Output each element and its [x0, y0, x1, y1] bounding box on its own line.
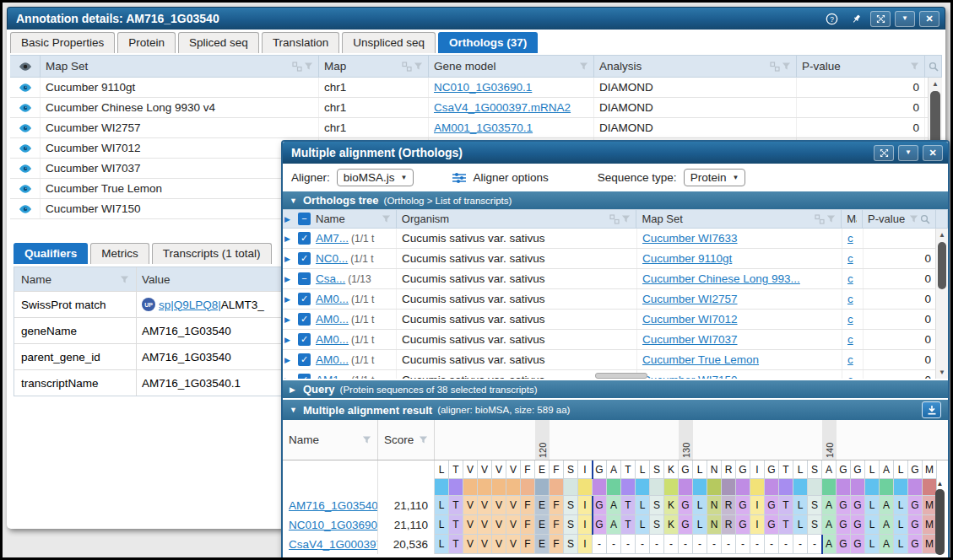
qualifiers-column-value[interactable]: Value — [137, 267, 280, 291]
filter-icon[interactable] — [579, 62, 588, 71]
filter-icon[interactable] — [304, 62, 313, 71]
transcript-link[interactable]: AM7... — [316, 232, 349, 245]
expand-row-icon[interactable]: ▶ — [284, 255, 295, 263]
group-icon[interactable] — [292, 62, 302, 72]
column-header-p-value[interactable]: P-value — [797, 56, 925, 77]
transcript-link[interactable]: AM0... — [316, 293, 349, 305]
expand-row-icon[interactable]: ▶ — [284, 234, 295, 243]
transcript-link[interactable]: Csa... — [316, 272, 345, 285]
column-header-map[interactable]: Map — [319, 56, 429, 77]
column-header-gene-model[interactable]: Gene model — [429, 56, 594, 77]
tab-translation[interactable]: Translation — [262, 32, 339, 53]
tab-spliced-seq[interactable]: Spliced seq — [178, 32, 259, 53]
aligner-select[interactable]: bioMSA.js ▼ — [337, 169, 414, 186]
checkbox-checked[interactable]: ✓ — [298, 232, 311, 245]
close-icon[interactable]: ✕ — [923, 145, 943, 161]
pin-icon[interactable] — [846, 11, 866, 27]
tab-unspliced-seq[interactable]: Unspliced seq — [342, 32, 436, 53]
visibility-cell[interactable] — [10, 98, 41, 117]
transcript-link[interactable]: AM0... — [316, 313, 349, 326]
dialog-titlebar[interactable]: Multiple alignment (Orthologs) ▼ ✕ — [283, 142, 948, 164]
tab-protein[interactable]: Protein — [117, 32, 176, 53]
filter-icon[interactable] — [414, 62, 423, 71]
filter-icon[interactable] — [419, 435, 428, 444]
horizontal-scroll-thumb[interactable] — [595, 373, 647, 379]
visibility-cell[interactable] — [10, 118, 41, 137]
query-section-header[interactable]: ▶ Query (Protein sequences of 38 selecte… — [283, 380, 948, 398]
filter-icon[interactable] — [782, 62, 791, 71]
alignment-column-score[interactable]: Score — [378, 420, 435, 460]
gene-model-link[interactable]: CsaV4_1G000397.mRNA2 — [434, 101, 571, 114]
alignment-scrollbar[interactable]: ▲ — [934, 477, 946, 557]
ortholog-tree-row[interactable]: ▶✓AM7...(1/1 tCucumis sativus var. sativ… — [283, 229, 948, 249]
scroll-thumb[interactable] — [930, 91, 940, 145]
gene-model-link[interactable]: AM001_1G03570.1 — [434, 121, 533, 134]
aligner-options-button[interactable]: Aligner options — [473, 171, 548, 184]
scroll-thumb[interactable] — [935, 489, 945, 555]
tree-column-map-set[interactable]: Map Set — [636, 210, 842, 228]
expand-row-icon[interactable]: ▶ — [284, 295, 295, 304]
close-icon[interactable]: ✕ — [919, 11, 939, 27]
checkbox-checked[interactable]: ✓ — [298, 313, 311, 326]
sequence-name-link[interactable]: NC010_1G03690 — [289, 519, 377, 531]
map-link[interactable]: c — [847, 333, 853, 346]
tab-qualifiers[interactable]: Qualifiers — [14, 243, 88, 264]
ortholog-tree-row[interactable]: ▶✓AM0...(1/1 tCucumis sativus var. sativ… — [283, 289, 948, 310]
map-set-link[interactable]: Cucumber True Lemon — [642, 353, 759, 366]
tree-table-scrollbar[interactable]: ▲ ▼ — [935, 229, 948, 379]
tab-basic-properties[interactable]: Basic Properties — [10, 32, 115, 53]
download-button[interactable] — [922, 401, 941, 418]
ortholog-tree-row[interactable]: ▶✓AM0...(1/1 tCucumis sativus var. sativ… — [283, 310, 948, 330]
help-icon[interactable]: ? — [821, 11, 842, 27]
checkbox-checked[interactable]: ✓ — [298, 353, 311, 366]
scroll-up-arrow[interactable]: ▲ — [936, 229, 948, 241]
map-set-link[interactable]: Cucumber WI7150 — [642, 374, 738, 379]
transcript-link[interactable]: AM1... — [316, 374, 349, 379]
visibility-column-header[interactable] — [10, 56, 41, 77]
transcript-link[interactable]: AM0... — [316, 353, 349, 366]
map-link[interactable]: c — [847, 313, 853, 326]
alignment-result-section-header[interactable]: ▼ Multiple alignment result (aligner: bi… — [283, 400, 948, 420]
map-link[interactable]: c — [847, 374, 853, 379]
ortholog-tree-row[interactable]: ▶✓AM0...(1/1 tCucumis sativus var. sativ… — [283, 350, 948, 370]
visibility-cell[interactable] — [10, 159, 41, 178]
ortholog-tree-row[interactable]: ▶−Csa...(1/13Cucumis sativus var. sativu… — [283, 269, 948, 289]
scroll-thumb[interactable] — [938, 242, 946, 289]
scroll-up-arrow[interactable]: ▲ — [934, 477, 946, 490]
column-header-map-set[interactable]: Map Set — [41, 56, 319, 77]
search-icon[interactable] — [920, 214, 930, 224]
table-row[interactable]: Cucumber Chinese Long 9930 v4chr1CsaV4_1… — [10, 98, 942, 118]
map-set-link[interactable]: Cucumber WI7012 — [642, 313, 738, 326]
sequence-type-select[interactable]: Protein ▼ — [684, 169, 746, 186]
scroll-down-arrow[interactable]: ▼ — [936, 366, 948, 379]
collapse-chevron-icon[interactable]: ▼ — [895, 11, 915, 27]
visibility-cell[interactable] — [10, 179, 41, 198]
visibility-cell[interactable] — [10, 138, 41, 158]
checkbox-checked[interactable]: ✓ — [298, 293, 311, 305]
sliders-icon[interactable] — [452, 172, 466, 184]
orthologs-tree-section-header[interactable]: ▼ Orthologs tree (Ortholog > List of tra… — [283, 191, 948, 209]
expand-row-icon[interactable]: ▶ — [284, 376, 295, 380]
group-icon[interactable] — [770, 62, 780, 72]
filter-icon[interactable] — [382, 214, 391, 223]
filter-icon[interactable] — [910, 62, 919, 71]
map-set-link[interactable]: Cucumber WI7633 — [642, 232, 738, 245]
expand-all-icon[interactable]: ▶ — [284, 215, 295, 223]
column-header-analysis[interactable]: Analysis — [594, 56, 797, 77]
uniprot-link[interactable]: sp|Q9LPQ8| — [159, 299, 221, 311]
gene-model-link[interactable]: NC010_1G03690.1 — [434, 81, 532, 94]
ortholog-tree-row[interactable]: ▶✓NC0...(1/1 tCucumis sativus var. sativ… — [283, 249, 948, 269]
group-icon[interactable] — [609, 214, 620, 224]
maximize-icon[interactable] — [874, 145, 894, 161]
search-column-header[interactable] — [925, 56, 939, 77]
map-set-link[interactable]: Cucumber Chinese Long 993... — [642, 272, 800, 285]
table-row[interactable]: Cucumber 9110gtchr1NC010_1G03690.1DIAMON… — [10, 78, 942, 98]
map-set-link[interactable]: Cucumber WI2757 — [642, 293, 738, 305]
tab-metrics[interactable]: Metrics — [90, 243, 149, 264]
annotation-window-titlebar[interactable]: Annotation details: AM716_1G03540 ? ▼ ✕ — [7, 7, 945, 30]
checkbox-checked[interactable]: ✓ — [298, 252, 311, 265]
transcript-link[interactable]: NC0... — [316, 252, 348, 265]
group-icon[interactable] — [815, 214, 825, 224]
tree-column-name[interactable]: ▶ − Name — [283, 210, 397, 228]
group-icon[interactable] — [402, 62, 412, 72]
